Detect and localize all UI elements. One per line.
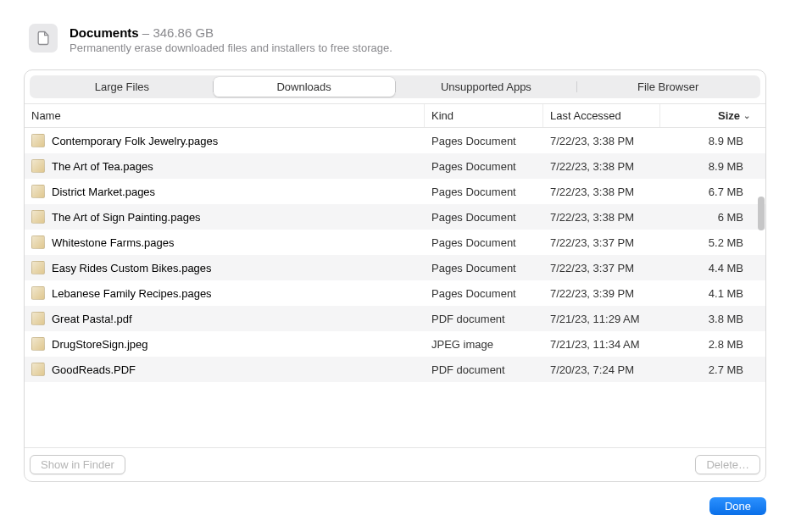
file-icon (31, 261, 45, 274)
file-name: GoodReads.PDF (52, 363, 136, 376)
tab-large-files[interactable]: Large Files (31, 77, 213, 97)
table-row[interactable]: Lebanese Family Recipes.pagesPages Docum… (25, 280, 765, 306)
file-name: DrugStoreSign.jpeg (52, 338, 147, 351)
file-last-accessed: 7/22/23, 3:39 PM (543, 287, 660, 300)
column-last-accessed[interactable]: Last Accessed (543, 104, 660, 127)
file-kind: Pages Document (425, 287, 543, 300)
file-icon (31, 159, 45, 173)
file-name: Lebanese Family Recipes.pages (52, 287, 212, 300)
file-last-accessed: 7/22/23, 3:38 PM (543, 186, 660, 198)
file-name: Easy Rides Custom Bikes.pages (52, 262, 212, 274)
table-body[interactable]: Contemporary Folk Jewelry.pagesPages Doc… (25, 128, 765, 447)
file-last-accessed: 7/21/23, 11:29 AM (543, 313, 660, 325)
file-icon (31, 286, 45, 300)
header: Documents – 346.86 GB Permanently erase … (0, 0, 790, 69)
table-header: Name Kind Last Accessed Size ⌄ (25, 104, 765, 128)
file-name: Great Pasta!.pdf (52, 313, 132, 325)
scrollbar[interactable] (758, 197, 765, 230)
file-size: 4.4 MB (660, 262, 765, 274)
file-icon (31, 236, 45, 249)
table-row[interactable]: The Art of Tea.pagesPages Document7/22/2… (25, 153, 765, 179)
tab-bar: Large Files Downloads Unsupported Apps F… (30, 75, 760, 98)
documents-icon (29, 24, 58, 53)
file-last-accessed: 7/22/23, 3:38 PM (543, 160, 660, 173)
page-title: Documents – 346.86 GB (70, 24, 392, 42)
file-size: 3.8 MB (660, 313, 765, 325)
table-row[interactable]: Easy Rides Custom Bikes.pagesPages Docum… (25, 255, 765, 280)
file-last-accessed: 7/21/23, 11:34 AM (543, 338, 660, 351)
file-name: The Art of Tea.pages (52, 160, 153, 173)
file-size: 5.2 MB (660, 236, 765, 249)
file-icon (31, 134, 45, 147)
tab-downloads[interactable]: Downloads (214, 77, 395, 97)
file-name: The Art of Sign Painting.pages (52, 211, 201, 224)
file-name: District Market.pages (52, 186, 155, 198)
file-kind: Pages Document (425, 186, 543, 198)
tab-file-browser[interactable]: File Browser (577, 77, 759, 97)
file-kind: Pages Document (425, 135, 543, 147)
table-row[interactable]: Great Pasta!.pdfPDF document7/21/23, 11:… (25, 306, 765, 331)
file-icon (31, 185, 45, 198)
file-last-accessed: 7/22/23, 3:37 PM (543, 236, 660, 249)
file-last-accessed: 7/22/23, 3:38 PM (543, 211, 660, 224)
table-row[interactable]: Contemporary Folk Jewelry.pagesPages Doc… (25, 128, 765, 153)
file-size: 6.7 MB (660, 186, 765, 198)
column-kind[interactable]: Kind (425, 104, 543, 127)
column-name[interactable]: Name (25, 104, 425, 127)
file-size: 6 MB (660, 211, 765, 224)
done-button[interactable]: Done (709, 497, 766, 515)
table-row[interactable]: District Market.pagesPages Document7/22/… (25, 179, 765, 204)
file-last-accessed: 7/22/23, 3:37 PM (543, 262, 660, 274)
table-row[interactable]: DrugStoreSign.jpegJPEG image7/21/23, 11:… (25, 331, 765, 357)
file-icon (31, 210, 45, 224)
file-kind: Pages Document (425, 211, 543, 224)
file-kind: PDF document (425, 313, 543, 325)
table-row[interactable]: GoodReads.PDFPDF document7/20/23, 7:24 P… (25, 357, 765, 382)
table-row[interactable]: The Art of Sign Painting.pagesPages Docu… (25, 204, 765, 230)
file-size: 2.7 MB (660, 363, 765, 376)
file-last-accessed: 7/20/23, 7:24 PM (543, 363, 660, 376)
file-icon (31, 363, 45, 376)
file-kind: Pages Document (425, 236, 543, 249)
file-icon (31, 312, 45, 325)
file-last-accessed: 7/22/23, 3:38 PM (543, 135, 660, 147)
chevron-down-icon: ⌄ (743, 111, 750, 120)
subtitle: Permanently erase downloaded files and i… (70, 42, 392, 54)
column-size[interactable]: Size ⌄ (660, 104, 765, 127)
title-name: Documents (70, 25, 139, 40)
file-kind: JPEG image (425, 338, 543, 351)
tab-unsupported-apps[interactable]: Unsupported Apps (396, 77, 577, 97)
file-name: Whitestone Farms.pages (52, 236, 175, 249)
show-in-finder-button[interactable]: Show in Finder (30, 455, 125, 474)
file-kind: Pages Document (425, 160, 543, 173)
title-size: 346.86 GB (153, 25, 214, 40)
file-size: 8.9 MB (660, 135, 765, 147)
delete-button[interactable]: Delete… (695, 455, 760, 474)
file-size: 8.9 MB (660, 160, 765, 173)
file-icon (31, 337, 45, 351)
file-kind: Pages Document (425, 262, 543, 274)
file-size: 4.1 MB (660, 287, 765, 300)
table-row[interactable]: Whitestone Farms.pagesPages Document7/22… (25, 230, 765, 255)
file-size: 2.8 MB (660, 338, 765, 351)
file-name: Contemporary Folk Jewelry.pages (52, 135, 218, 147)
file-kind: PDF document (425, 363, 543, 376)
